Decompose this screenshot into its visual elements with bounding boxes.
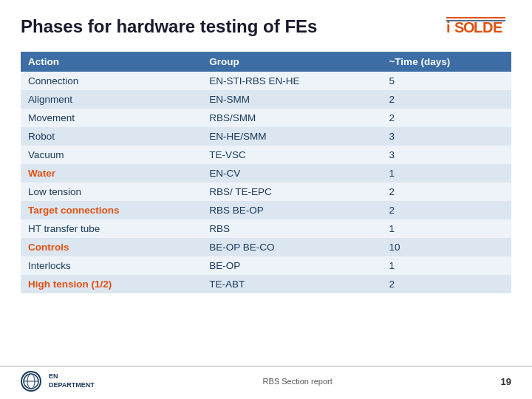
table-row: ConnectionEN-STI-RBS EN-HE5 — [21, 72, 511, 90]
table-row: WaterEN-CV1 — [21, 164, 511, 183]
table-row: Low tensionRBS/ TE-EPC2 — [21, 183, 511, 201]
cell-time: 2 — [381, 275, 511, 293]
cell-action: Controls — [21, 238, 202, 256]
cell-action: Target connections — [21, 201, 202, 219]
footer: ENDEPARTMENT RBS Section report 19 — [0, 366, 532, 392]
page: Phases for hardware testing of FEs i S O… — [0, 0, 532, 399]
table-row: InterlocksBE-OP1 — [21, 256, 511, 275]
cell-action: Low tension — [21, 183, 202, 201]
cell-time: 2 — [381, 183, 511, 201]
table-row: MovementRBS/SMM2 — [21, 109, 511, 127]
col-action: Action — [21, 52, 202, 72]
cell-action: Movement — [21, 109, 202, 127]
page-number: 19 — [501, 376, 511, 387]
footer-logos: ENDEPARTMENT — [21, 371, 95, 392]
cell-group: EN-CV — [202, 164, 381, 183]
table-row: ControlsBE-OP BE-CO10 — [21, 238, 511, 256]
cell-time: 1 — [381, 256, 511, 275]
cell-time: 10 — [381, 238, 511, 256]
cell-group: RBS — [202, 219, 381, 238]
col-time: ~Time (days) — [381, 52, 511, 72]
cell-action: HT transfer tube — [21, 219, 202, 238]
table-row: AlignmentEN-SMM2 — [21, 90, 511, 109]
table-row: HT transfer tubeRBS1 — [21, 219, 511, 238]
cell-action: Connection — [21, 72, 202, 90]
table-row: Target connectionsRBS BE-OP2 — [21, 201, 511, 219]
header: Phases for hardware testing of FEs i S O… — [21, 13, 511, 40]
cell-time: 2 — [381, 90, 511, 109]
svg-text:i: i — [446, 19, 451, 35]
svg-text:E: E — [493, 19, 503, 35]
header-row: Action Group ~Time (days) — [21, 52, 511, 72]
cell-group: RBS/ TE-EPC — [202, 183, 381, 201]
cell-action: Robot — [21, 127, 202, 146]
cell-group: BE-OP — [202, 256, 381, 275]
cell-time: 1 — [381, 164, 511, 183]
cell-group: TE-ABT — [202, 275, 381, 293]
cell-group: EN-HE/SMM — [202, 127, 381, 146]
cern-logo — [21, 371, 41, 392]
cell-time: 2 — [381, 109, 511, 127]
col-group: Group — [202, 52, 381, 72]
cell-group: EN-SMM — [202, 90, 381, 109]
cell-action: High tension (1/2) — [21, 275, 202, 293]
table-row: High tension (1/2)TE-ABT2 — [21, 275, 511, 293]
cell-group: RBS/SMM — [202, 109, 381, 127]
cell-action: Water — [21, 164, 202, 183]
isolde-logo: i S O L D E — [445, 13, 511, 40]
cell-action: Alignment — [21, 90, 202, 109]
footer-report-label: RBS Section report — [263, 377, 332, 386]
table-header: Action Group ~Time (days) — [21, 52, 511, 72]
cell-group: EN-STI-RBS EN-HE — [202, 72, 381, 90]
page-title: Phases for hardware testing of FEs — [21, 16, 317, 37]
table-row: VacuumTE-VSC3 — [21, 146, 511, 164]
cell-group: RBS BE-OP — [202, 201, 381, 219]
table-body: ConnectionEN-STI-RBS EN-HE5AlignmentEN-S… — [21, 72, 511, 293]
cell-time: 2 — [381, 201, 511, 219]
data-table: Action Group ~Time (days) ConnectionEN-S… — [21, 52, 511, 293]
cell-group: BE-OP BE-CO — [202, 238, 381, 256]
department-label: ENDEPARTMENT — [49, 372, 95, 389]
cell-group: TE-VSC — [202, 146, 381, 164]
cell-action: Interlocks — [21, 256, 202, 275]
cell-time: 5 — [381, 72, 511, 90]
cell-time: 3 — [381, 146, 511, 164]
cell-action: Vacuum — [21, 146, 202, 164]
cell-time: 3 — [381, 127, 511, 146]
table-row: RobotEN-HE/SMM3 — [21, 127, 511, 146]
cell-time: 1 — [381, 219, 511, 238]
